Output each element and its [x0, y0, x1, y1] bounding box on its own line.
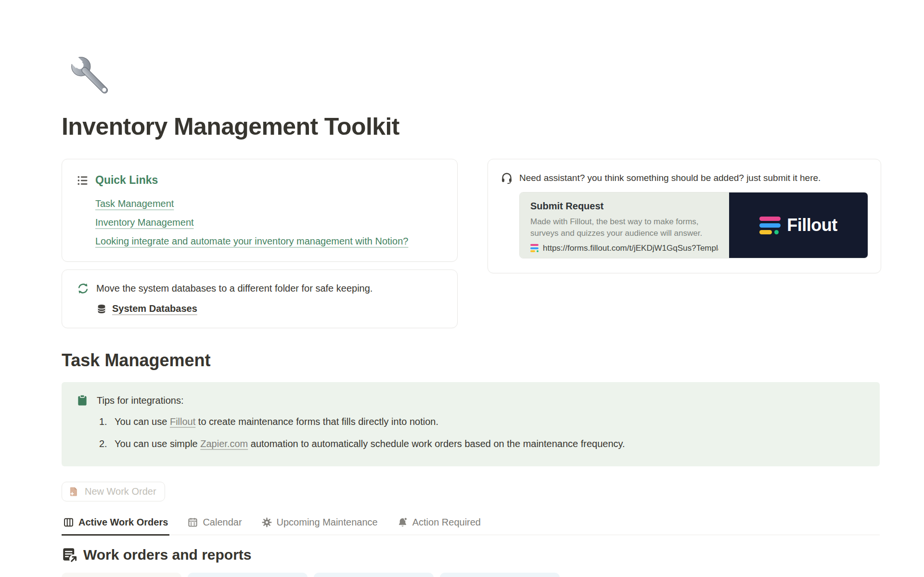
- clipboard-icon: [76, 394, 89, 407]
- tab-upcoming-maintenance[interactable]: Upcoming Maintenance: [260, 516, 379, 536]
- column-header[interactable]: Reviewing 0: [314, 573, 434, 577]
- tip-text-suffix: to create maintenance forms that fills d…: [195, 416, 438, 427]
- fillout-embed-preview: Submit Request Made with Fillout, the be…: [520, 192, 729, 258]
- page-title: Inventory Management Toolkit: [62, 113, 880, 141]
- assistant-row: Need assistant? you think something shou…: [500, 172, 868, 184]
- document-plus-icon: [68, 486, 79, 497]
- sync-arrows-icon: [77, 282, 90, 295]
- embed-title: Submit Request: [530, 201, 719, 212]
- tips-title: Tips for integrations:: [97, 395, 183, 406]
- zapier-link[interactable]: Zapier.com: [200, 438, 248, 449]
- system-databases-link[interactable]: System Databases: [112, 303, 197, 314]
- hidden-groups-section: Hidden groups Archived 0: [578, 573, 646, 577]
- fillout-logo-icon: [759, 217, 781, 234]
- tip-text: You can use simple Zapier.com automation…: [115, 437, 625, 451]
- database-icon: [96, 304, 107, 314]
- gear-icon: [261, 517, 272, 528]
- board-column-performing: Performing 0: [188, 573, 308, 577]
- board-column-de-snagging: De-snagging 2 Emergency: [440, 573, 560, 577]
- fillout-brand-name: Fillout: [787, 215, 837, 235]
- tip-text-prefix: You can use simple: [115, 438, 200, 449]
- tip-text: You can use Fillout to create maintenanc…: [115, 415, 438, 429]
- tips-header: Tips for integrations:: [76, 394, 865, 407]
- tab-calendar[interactable]: Calendar: [186, 516, 243, 536]
- bell-dot-icon: [397, 517, 408, 528]
- top-columns: Quick Links Task Management Inventory Ma…: [62, 159, 880, 328]
- tab-label: Calendar: [203, 517, 242, 528]
- column-header[interactable]: Performing 0: [188, 573, 308, 577]
- new-work-order-label: New Work Order: [85, 486, 156, 497]
- embed-url: https://forms.fillout.com/t/jEKDjW1GqSus…: [543, 244, 719, 253]
- fillout-embed[interactable]: Submit Request Made with Fillout, the be…: [519, 192, 868, 258]
- assistant-card: Need assistant? you think something shou…: [488, 159, 881, 273]
- tab-label: Upcoming Maintenance: [277, 517, 378, 528]
- headset-icon: [500, 172, 513, 184]
- column-header[interactable]: Planned 0: [62, 573, 181, 577]
- list-number: 1.: [99, 415, 115, 429]
- link-inventory-management[interactable]: Inventory Management: [95, 217, 194, 228]
- wrench-icon: [62, 47, 120, 106]
- tip-text-suffix: automation to automatically schedule wor…: [248, 438, 625, 449]
- tip-item: 2. You can use simple Zapier.com automat…: [99, 437, 865, 451]
- section-heading-task-management: Task Management: [62, 350, 880, 371]
- tab-active-work-orders[interactable]: Active Work Orders: [62, 516, 169, 536]
- fillout-favicon: [530, 244, 539, 252]
- calendar-icon: [187, 517, 198, 528]
- tip-item: 1. You can use Fillout to create mainten…: [99, 415, 865, 429]
- page-icon-wrench[interactable]: [62, 47, 120, 106]
- board-title: Work orders and reports: [83, 547, 252, 563]
- new-work-order-button[interactable]: New Work Order: [62, 482, 165, 501]
- embed-description: Made with Fillout, the best way to make …: [530, 216, 719, 239]
- list-icon: [77, 174, 89, 187]
- notion-page: Inventory Management Toolkit Quick Links: [62, 0, 880, 577]
- quick-links-title: Quick Links: [95, 174, 158, 187]
- tab-action-required[interactable]: Action Required: [396, 516, 482, 536]
- quick-links-list: Task Management Inventory Management Loo…: [95, 191, 443, 247]
- quick-links-card: Quick Links Task Management Inventory Ma…: [62, 159, 458, 262]
- tips-callout: Tips for integrations: 1. You can use Fi…: [62, 382, 880, 466]
- move-databases-text: Move the system databases to a different…: [96, 282, 372, 295]
- move-databases-card: Move the system databases to a different…: [62, 269, 458, 328]
- kanban-board: Planned 0 Performing 0 Reviewing 0 De-sn…: [62, 573, 880, 577]
- fillout-link[interactable]: Fillout: [170, 416, 195, 427]
- system-databases-row: System Databases: [96, 303, 443, 314]
- link-automation-guide[interactable]: Looking integrate and automate your inve…: [95, 236, 408, 247]
- list-number: 2.: [99, 437, 115, 451]
- move-databases-row: Move the system databases to a different…: [77, 282, 443, 295]
- tab-label: Action Required: [412, 517, 481, 528]
- embed-url-row[interactable]: https://forms.fillout.com/t/jEKDjW1GqSus…: [530, 244, 719, 253]
- fillout-brand-panel: Fillout: [729, 192, 868, 258]
- board-column-reviewing: Reviewing 0: [314, 573, 434, 577]
- right-column: Need assistant? you think something shou…: [488, 159, 881, 273]
- quick-links-header: Quick Links: [77, 174, 443, 187]
- tip-text-prefix: You can use: [115, 416, 170, 427]
- linked-database-icon: [62, 547, 78, 563]
- column-header[interactable]: De-snagging 2: [440, 573, 560, 577]
- tab-label: Active Work Orders: [78, 517, 168, 528]
- board-title-row: Work orders and reports: [62, 547, 880, 563]
- view-tabs: Active Work Orders Calendar: [62, 516, 880, 535]
- assistant-message: Need assistant? you think something shou…: [519, 172, 821, 183]
- board-column-planned: Planned 0: [62, 573, 181, 577]
- board-icon: [63, 517, 74, 528]
- link-task-management[interactable]: Task Management: [95, 198, 174, 209]
- left-column: Quick Links Task Management Inventory Ma…: [62, 159, 458, 328]
